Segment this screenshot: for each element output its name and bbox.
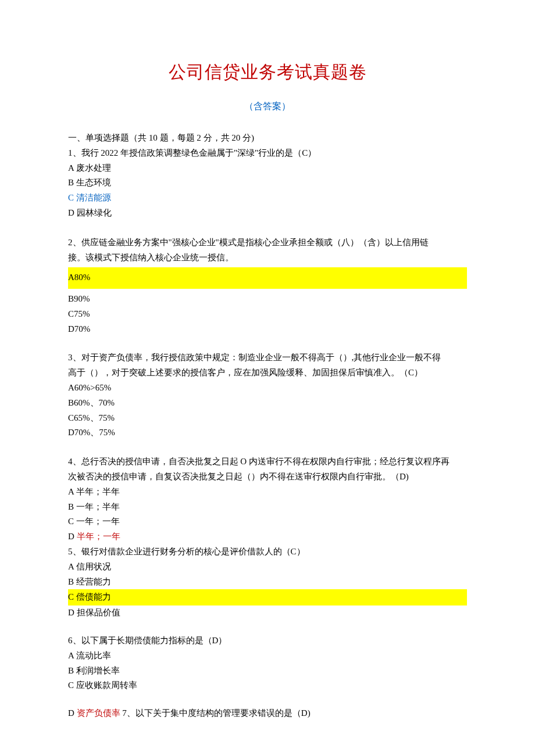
- q6-option-c: C 应收账款周转率: [68, 678, 467, 693]
- q6-option-b: B 利润增长率: [68, 664, 467, 679]
- q4-option-c: C 一年；一年: [68, 514, 467, 529]
- q7-text: 7、以下关于集中度结构的管理要求错误的是（D): [120, 708, 311, 718]
- q6-answer-text: 资产负债率: [77, 708, 120, 718]
- question-3: 3、对于资产负债率，我行授信政策中规定：制造业企业一般不得高于（）,其他行业企业…: [68, 350, 467, 440]
- q1-text: 1、我行 2022 年授信政策调整绿色金融属于"深绿"行业的是（C）: [68, 146, 467, 161]
- q5-option-c: C 偿债能力: [68, 589, 467, 605]
- q4-text-line1: 4、总行否决的授信申请，自否决批复之日起 O 内送审行不得在权限内自行审批；经总…: [68, 454, 467, 470]
- q4-option-a: A 半年；半年: [68, 485, 467, 500]
- q3-text-line1: 3、对于资产负债率，我行授信政策中规定：制造业企业一般不得高于（）,其他行业企业…: [68, 350, 467, 366]
- q1-option-c: C 清洁能源: [68, 191, 467, 206]
- q5-option-d: D 担保品价值: [68, 605, 467, 621]
- q5-text: 5、银行对借款企业进行财务分析的核心是评价借款人的（C）: [68, 544, 467, 560]
- page-title: 公司信贷业务考试真题卷: [68, 57, 467, 88]
- question-7-line: D 资产负债率 7、以下关于集中度结构的管理要求错误的是（D): [68, 706, 467, 721]
- q3-option-c: C65%、75%: [68, 411, 467, 426]
- q2-option-b: B90%: [68, 291, 467, 306]
- q6-option-d-prefix: D: [68, 708, 77, 718]
- question-4: 4、总行否决的授信申请，自否决批复之日起 O 内送审行不得在权限内自行审批；经总…: [68, 454, 467, 544]
- q2-option-c: C75%: [68, 306, 467, 321]
- q5-option-b: B 经营能力: [68, 575, 467, 590]
- q2-option-a: A80%: [68, 267, 467, 288]
- q6-option-a: A 流动比率: [68, 648, 467, 664]
- q4-text-line2: 次被否决的授信申请，自复议否决批复之日起（）内不得在送审行权限内自行审批。（D): [68, 470, 467, 485]
- q1-option-a: A 废水处理: [68, 161, 467, 176]
- question-5: 5、银行对借款企业进行财务分析的核心是评价借款人的（C） A 信用状况 B 经营…: [68, 544, 467, 621]
- question-6: 6、以下属于长期偿债能力指标的是（D） A 流动比率 B 利润增长率 C 应收账…: [68, 633, 467, 693]
- q3-text-line2: 高于（），对于突破上述要求的授信客户，应在加强风险缓释、加固担保后审慎准入。（C…: [68, 366, 467, 381]
- q2-text-line1: 2、供应链金融业务方案中"强核心企业"模式是指核心企业承担全额或（八）（含）以上…: [68, 235, 467, 250]
- question-1: 1、我行 2022 年授信政策调整绿色金融属于"深绿"行业的是（C） A 废水处…: [68, 146, 467, 221]
- q5-option-a: A 信用状况: [68, 560, 467, 575]
- q2-text-line2: 接。该模式下授信纳入核心企业统一授信。: [68, 250, 467, 265]
- section-header: 一、单项选择题（共 10 题，每题 2 分，共 20 分): [68, 130, 467, 145]
- q4-option-d: D 半年；一年: [68, 529, 467, 544]
- q3-option-d: D70%、75%: [68, 425, 467, 440]
- q4-answer-text: 半年；一年: [77, 532, 120, 541]
- q3-option-a: A60%>65%: [68, 381, 467, 396]
- q6-text: 6、以下属于长期偿债能力指标的是（D）: [68, 633, 467, 648]
- question-2: 2、供应链金融业务方案中"强核心企业"模式是指核心企业承担全额或（八）（含）以上…: [68, 235, 467, 337]
- q2-option-d: D70%: [68, 321, 467, 336]
- page-subtitle: （含答案）: [68, 98, 467, 114]
- q1-option-d: D 园林绿化: [68, 206, 467, 221]
- q3-option-b: B60%、70%: [68, 396, 467, 411]
- q1-option-b: B 生态环境: [68, 175, 467, 191]
- q4-option-b: B 一年；半年: [68, 500, 467, 515]
